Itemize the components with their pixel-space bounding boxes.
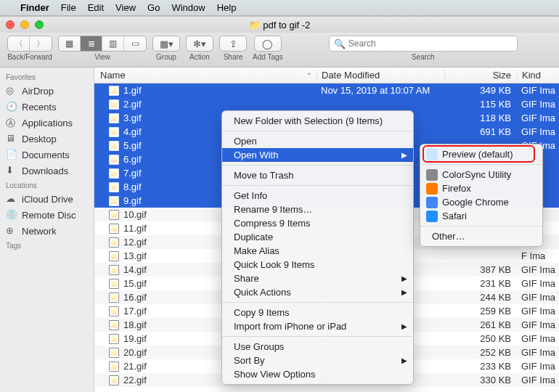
context-menu-item[interactable]: Duplicate xyxy=(222,230,413,244)
column-kind[interactable]: Kind xyxy=(517,70,559,81)
file-size: 115 KB xyxy=(444,99,517,110)
file-name: 20.gif xyxy=(123,347,147,358)
file-name: 10.gif xyxy=(123,209,147,220)
minimize-button[interactable] xyxy=(20,20,29,29)
column-date[interactable]: Date Modified xyxy=(317,70,444,81)
column-view-button[interactable]: ▥ xyxy=(102,36,124,51)
context-menu-item[interactable]: Move to Trash xyxy=(222,168,413,182)
file-icon xyxy=(109,155,119,165)
file-name: 21.gif xyxy=(123,361,147,372)
list-view-button[interactable]: ≣ xyxy=(81,36,102,51)
gallery-view-button[interactable]: ▭ xyxy=(124,36,146,51)
context-menu-item[interactable]: Compress 9 Items xyxy=(222,216,413,230)
icon-view-button[interactable]: ▦ xyxy=(59,36,81,51)
forward-button[interactable]: 〉 xyxy=(30,36,52,51)
menu-go[interactable]: Go xyxy=(147,2,160,13)
open-with-default[interactable]: Preview (default) xyxy=(420,147,542,161)
context-menu-item[interactable]: Open With▶ xyxy=(222,148,413,162)
file-name: 1.gif xyxy=(123,85,142,96)
context-menu-item[interactable]: Make Alias xyxy=(222,244,413,258)
open-with-app[interactable]: Safari xyxy=(420,209,542,223)
zoom-button[interactable] xyxy=(35,20,44,29)
group-button[interactable]: ▦▾ xyxy=(152,36,180,52)
window-title-text: pdf to gif -2 xyxy=(263,20,310,30)
sidebar-item-airdrop[interactable]: ◎AirDrop xyxy=(0,83,94,99)
file-icon xyxy=(109,99,119,110)
file-icon xyxy=(109,334,119,344)
context-menu-item[interactable]: Rename 9 Items… xyxy=(222,203,413,216)
file-name: 14.gif xyxy=(123,264,147,275)
context-menu: New Folder with Selection (9 Items)OpenO… xyxy=(221,110,414,385)
file-name: 13.gif xyxy=(123,250,147,261)
sidebar-item-recents[interactable]: 🕘Recents xyxy=(0,99,94,115)
remote-icon: 💿 xyxy=(6,209,17,221)
context-menu-item[interactable]: Sort By▶ xyxy=(222,354,413,367)
menu-edit[interactable]: Edit xyxy=(88,2,104,13)
search-label: Search xyxy=(412,53,435,61)
menu-window[interactable]: Window xyxy=(171,2,205,13)
downloads-icon: ⬇ xyxy=(6,165,17,176)
context-menu-item[interactable]: Open xyxy=(222,134,413,148)
context-menu-item[interactable]: Share▶ xyxy=(222,271,413,285)
file-size: 330 KB xyxy=(444,375,517,385)
search-group: 🔍 Search xyxy=(295,36,552,61)
open-with-app[interactable]: ColorSync Utility xyxy=(420,168,542,181)
submenu-arrow-icon: ▶ xyxy=(401,151,407,159)
sidebar-item-downloads[interactable]: ⬇Downloads xyxy=(0,163,94,179)
sidebar-item-network[interactable]: ⊕Network xyxy=(0,223,94,239)
open-with-app[interactable]: Firefox xyxy=(420,181,542,195)
file-kind: F Ima xyxy=(517,250,559,261)
context-menu-item[interactable]: New Folder with Selection (9 Items) xyxy=(222,114,413,128)
file-name: 7.gif xyxy=(123,168,142,179)
action-button[interactable]: ✻▾ xyxy=(186,36,213,52)
context-menu-item[interactable]: Copy 9 Items xyxy=(222,306,413,319)
file-icon xyxy=(109,182,119,192)
submenu-arrow-icon: ▶ xyxy=(401,288,407,296)
file-size: 691 KB xyxy=(444,126,517,137)
file-name: 12.gif xyxy=(123,237,147,248)
file-icon xyxy=(109,141,119,151)
column-size[interactable]: Size xyxy=(444,70,517,81)
file-icon xyxy=(109,113,119,123)
menu-view[interactable]: View xyxy=(115,2,136,13)
search-input[interactable] xyxy=(348,38,513,49)
file-name: 19.gif xyxy=(123,333,147,344)
sidebar-item-documents[interactable]: 📄Documents xyxy=(0,147,94,163)
file-kind: GIF Ima xyxy=(517,319,559,330)
file-row[interactable]: 1.gifNov 15, 2019 at 10:07 AM349 KBGIF I… xyxy=(94,83,559,97)
network-icon: ⊕ xyxy=(6,225,17,237)
open-with-other[interactable]: Other… xyxy=(420,229,542,243)
context-menu-item[interactable]: Use Groups xyxy=(222,340,413,354)
context-menu-item[interactable]: Import from iPhone or iPad▶ xyxy=(222,319,413,333)
file-kind: GIF Ima xyxy=(517,306,559,317)
file-row[interactable]: 2.gif115 KBGIF Ima xyxy=(94,97,559,111)
menu-help[interactable]: Help xyxy=(217,2,237,13)
sidebar-item-label: Network xyxy=(22,226,57,237)
sidebar-item-desktop[interactable]: 🖥Desktop xyxy=(0,131,94,147)
add-tags-button[interactable]: ◯ xyxy=(254,36,282,52)
column-name[interactable]: Name⌃ xyxy=(94,70,317,81)
sidebar-item-label: iCloud Drive xyxy=(22,194,73,205)
app-menu[interactable]: Finder xyxy=(20,2,49,13)
file-icon xyxy=(109,251,119,261)
share-label: Share xyxy=(224,53,243,61)
sidebar-item-applications[interactable]: ⒶApplications xyxy=(0,115,94,131)
file-name: 3.gif xyxy=(123,113,142,123)
close-button[interactable] xyxy=(6,20,15,29)
group-label: Group xyxy=(156,53,176,61)
context-menu-item[interactable]: Quick Look 9 Items xyxy=(222,258,413,271)
back-button[interactable]: 〈 xyxy=(8,36,30,51)
file-name: 15.gif xyxy=(123,278,147,289)
sidebar-item-icloud-drive[interactable]: ☁iCloud Drive xyxy=(0,191,94,207)
context-menu-item[interactable]: Quick Actions▶ xyxy=(222,285,413,299)
file-kind: GIF Ima xyxy=(517,361,559,372)
share-button[interactable]: ⇪ xyxy=(219,36,247,52)
sidebar-item-remote-disc[interactable]: 💿Remote Disc xyxy=(0,207,94,223)
search-field[interactable]: 🔍 xyxy=(329,36,518,52)
context-menu-item[interactable]: Get Info xyxy=(222,189,413,203)
context-menu-item[interactable]: Show View Options xyxy=(222,367,413,381)
open-with-app[interactable]: Google Chrome xyxy=(420,195,542,209)
menu-file[interactable]: File xyxy=(61,2,76,13)
group-group: ▦▾ Group xyxy=(152,36,180,61)
file-name: 6.gif xyxy=(123,154,142,165)
